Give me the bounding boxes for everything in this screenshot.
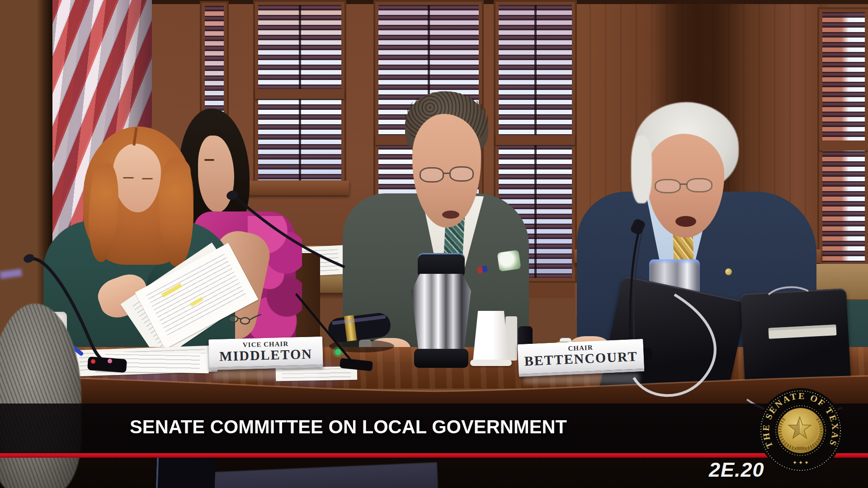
folded-glasses-icon <box>229 314 261 324</box>
lower-band-object <box>156 456 216 488</box>
red-stripe <box>0 453 868 458</box>
lower-third-banner: SENATE COMMITTEE ON LOCAL GOVERNMENT <box>0 404 868 453</box>
nameplate-chair: CHAIR BETTENCOURT <box>518 339 645 377</box>
nameplate-vice-chair: VICE CHAIR MIDDLETON <box>208 337 323 371</box>
nameplate-name: MIDDLETON <box>209 346 323 365</box>
video-frame[interactable]: VICE CHAIR MIDDLETON CHAIR BETTENCOURT S… <box>0 0 868 488</box>
gavel-icon <box>327 312 394 357</box>
seal-bottom-stars: ✦ ✦ ✦ <box>793 460 809 466</box>
banner-title: SENATE COMMITTEE ON LOCAL GOVERNMENT <box>130 416 567 438</box>
microphone-gooseneck <box>226 189 344 267</box>
senate-of-texas-seal-icon: THE SENATE OF TEXAS ✦ ✦ ✦ <box>758 388 844 474</box>
timecode-label: 2E.20 <box>709 458 764 482</box>
white-cable <box>634 295 715 395</box>
white-cable <box>769 287 808 295</box>
